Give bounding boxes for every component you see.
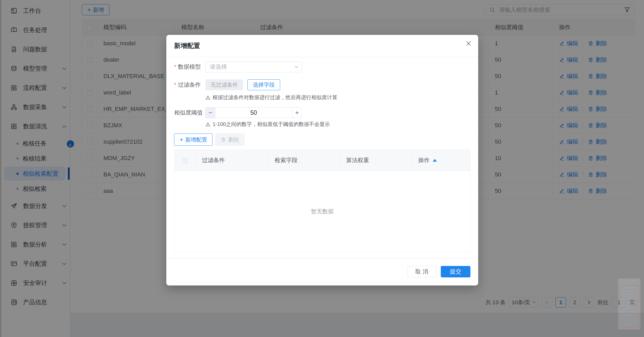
filter-option-group: 无过滤条件 选择字段 (205, 79, 280, 90)
delete-config-button[interactable]: 删除 (215, 133, 245, 146)
required-asterisk: * (174, 63, 176, 70)
warning-icon (205, 122, 211, 127)
column-header: 算法权重 (340, 150, 412, 171)
add-config-button[interactable]: + 新增配置 (174, 133, 213, 146)
filter-label: * 过滤条件 (174, 79, 201, 90)
divider (166, 258, 478, 258)
select-all-checkbox[interactable] (182, 158, 188, 163)
threshold-stepper: − + (205, 107, 302, 118)
filter-hint: 根据过滤条件对数据进行过滤，然后再进行相似度计算 (205, 94, 337, 101)
data-model-label: * 数据模型 (174, 61, 201, 72)
config-table: 过滤条件 检索字段 算法权重 操作 (174, 150, 471, 171)
sort-asc-icon (433, 159, 437, 162)
submit-button[interactable]: 提交 (441, 266, 470, 277)
data-model-select[interactable]: 请选择 (205, 61, 302, 72)
config-table-header-row: 过滤条件 检索字段 算法权重 操作 (174, 150, 471, 171)
select-fields-button[interactable]: 选择字段 (247, 79, 280, 90)
no-filter-button[interactable]: 无过滤条件 (205, 79, 243, 90)
select-placeholder: 请选择 (210, 63, 295, 71)
decrease-button[interactable]: − (206, 107, 215, 118)
warning-icon (205, 95, 211, 100)
empty-state: 暂无数据 (174, 171, 470, 252)
increase-button[interactable]: + (292, 107, 302, 118)
chevron-down-icon (295, 65, 298, 68)
plus-icon: + (180, 137, 183, 143)
column-header-sortable[interactable]: 操作 (412, 150, 471, 171)
cancel-button[interactable]: 取 消 (407, 266, 437, 277)
modal-title: 新增配置 (174, 41, 200, 50)
divider (166, 57, 478, 57)
required-asterisk: * (174, 81, 176, 88)
empty-text: 暂无数据 (311, 208, 334, 215)
threshold-input[interactable] (215, 107, 292, 118)
add-config-modal: 新增配置 × * 数据模型 请选择 * 过滤条件 无过滤条件 选择字段 根据过滤… (166, 35, 478, 285)
threshold-hint: 1-100之间的数字，相似度低于阈值的数据不会显示 (205, 121, 330, 128)
app-screen: 工作台 任务处理 问题数据 (0, 0, 644, 337)
column-header: 检索字段 (268, 150, 340, 171)
column-header: 过滤条件 (196, 150, 268, 171)
threshold-label: 相似度阈值 (174, 107, 203, 118)
trash-icon (221, 137, 226, 142)
close-icon[interactable]: × (466, 39, 471, 48)
